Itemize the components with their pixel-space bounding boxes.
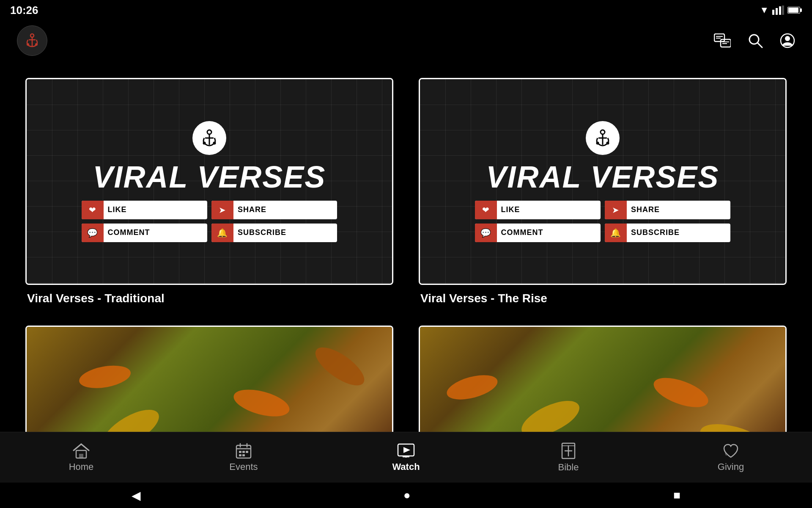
- svg-line-21: [757, 43, 762, 47]
- svg-rect-78: [246, 451, 248, 453]
- svg-point-69: [444, 371, 500, 405]
- video-thumbnail-4[interactable]: [419, 326, 787, 445]
- svg-rect-7: [788, 8, 798, 13]
- svg-point-66: [650, 372, 712, 413]
- svg-point-33: [606, 141, 609, 144]
- app-logo[interactable]: [17, 25, 47, 56]
- account-icon[interactable]: [780, 33, 795, 48]
- svg-point-51: [77, 362, 132, 392]
- svg-point-27: [203, 141, 206, 144]
- vv-share-1[interactable]: ➤ SHARE: [211, 201, 337, 219]
- watch-icon: [397, 443, 415, 459]
- svg-rect-2: [779, 6, 781, 15]
- video-thumbnail-1[interactable]: VIRAL VERSES ❤ LIKE ➤ SHARE 💬 COMMENT: [25, 78, 393, 285]
- svg-rect-71: [79, 454, 83, 458]
- nav-label-giving: Giving: [718, 461, 744, 472]
- video-thumbnail-2[interactable]: VIRAL VERSES ❤ LIKE ➤ SHARE 💬 COMMENT: [419, 78, 787, 285]
- nav-item-giving[interactable]: Giving: [705, 443, 756, 472]
- recent-button[interactable]: ■: [673, 489, 680, 502]
- svg-rect-1: [776, 8, 778, 15]
- nav-item-home[interactable]: Home: [56, 443, 107, 472]
- svg-rect-5: [800, 8, 802, 12]
- video-title-2: Viral Verses - The Rise: [419, 292, 787, 305]
- svg-rect-80: [242, 454, 245, 456]
- video-card-1[interactable]: VIRAL VERSES ❤ LIKE ➤ SHARE 💬 COMMENT: [25, 78, 393, 305]
- nav-label-bible: Bible: [558, 462, 579, 473]
- svg-point-52: [310, 341, 370, 392]
- nav-label-events: Events: [229, 461, 258, 472]
- nav-item-events[interactable]: Events: [218, 443, 269, 472]
- svg-point-48: [231, 385, 292, 422]
- app-bar: [0, 20, 812, 61]
- vv-subscribe-2[interactable]: 🔔 SUBSCRIBE: [605, 224, 730, 242]
- nav-item-bible[interactable]: Bible: [543, 442, 594, 473]
- svg-rect-77: [242, 451, 245, 453]
- vv-share-2[interactable]: ➤ SHARE: [605, 201, 730, 219]
- vv-title-1: VIRAL VERSES: [93, 162, 326, 192]
- signal-icon: [772, 6, 784, 15]
- video-grid: VIRAL VERSES ❤ LIKE ➤ SHARE 💬 COMMENT: [25, 78, 787, 445]
- home-icon: [73, 443, 90, 459]
- vv-logo-2: [586, 121, 620, 155]
- vv-buttons-2: ❤ LIKE ➤ SHARE 💬 COMMENT 🔔: [475, 201, 731, 242]
- nav-item-watch[interactable]: Watch: [381, 443, 431, 472]
- video-card-2[interactable]: VIRAL VERSES ❤ LIKE ➤ SHARE 💬 COMMENT: [419, 78, 787, 305]
- svg-point-29: [601, 130, 605, 134]
- vv-buttons-1: ❤ LIKE ➤ SHARE 💬 COMMENT 🔔: [82, 201, 337, 242]
- status-bar: 10:26 ▼: [0, 0, 812, 20]
- svg-rect-76: [239, 451, 241, 453]
- battery-icon: [787, 6, 802, 14]
- vv-subscribe-1[interactable]: 🔔 SUBSCRIBE: [211, 224, 337, 242]
- svg-rect-0: [772, 10, 774, 15]
- back-button[interactable]: ◀: [132, 489, 141, 502]
- bible-icon: [561, 442, 576, 459]
- video-title-1: Viral Verses - Traditional: [25, 292, 393, 305]
- svg-rect-79: [239, 454, 241, 456]
- svg-point-13: [35, 43, 38, 46]
- status-icons: ▼: [760, 5, 802, 16]
- status-time: 10:26: [10, 4, 38, 17]
- system-nav: ◀ ● ■: [0, 483, 812, 508]
- nav-label-watch: Watch: [392, 461, 420, 472]
- video-card-3[interactable]: [25, 326, 393, 445]
- svg-marker-82: [403, 447, 410, 453]
- wifi-icon: ▼: [760, 5, 769, 16]
- svg-point-28: [213, 141, 216, 144]
- vv-like-1[interactable]: ❤ LIKE: [82, 201, 207, 219]
- home-button[interactable]: ●: [403, 489, 411, 502]
- search-icon[interactable]: [748, 33, 763, 48]
- svg-point-12: [27, 43, 29, 46]
- bottom-nav: Home Events: [0, 432, 812, 483]
- main-content: VIRAL VERSES ❤ LIKE ➤ SHARE 💬 COMMENT: [0, 61, 812, 445]
- video-thumbnail-3[interactable]: [25, 326, 393, 445]
- events-icon: [236, 443, 252, 459]
- giving-icon: [722, 443, 739, 459]
- nav-label-home: Home: [69, 461, 94, 472]
- vv-comment-1[interactable]: 💬 COMMENT: [82, 224, 207, 242]
- svg-rect-3: [782, 6, 784, 15]
- svg-point-32: [596, 141, 599, 144]
- video-card-4[interactable]: [419, 326, 787, 445]
- message-icon[interactable]: [714, 33, 731, 48]
- vv-title-2: VIRAL VERSES: [486, 162, 719, 192]
- app-bar-actions: [714, 33, 795, 48]
- svg-point-24: [207, 130, 211, 134]
- vv-comment-2[interactable]: 💬 COMMENT: [475, 224, 601, 242]
- svg-point-23: [785, 36, 790, 41]
- vv-like-2[interactable]: ❤ LIKE: [475, 201, 601, 219]
- vv-logo-1: [192, 121, 226, 155]
